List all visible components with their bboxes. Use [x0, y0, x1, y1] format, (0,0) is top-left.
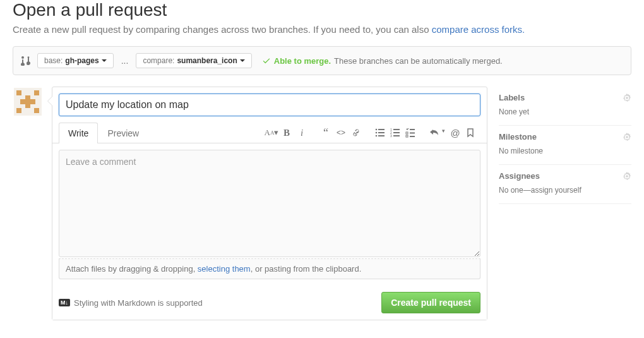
svg-rect-16: [393, 132, 400, 133]
create-pull-request-button[interactable]: Create pull request: [381, 292, 480, 313]
select-files-link[interactable]: selecting them: [198, 264, 251, 274]
labels-value: None yet: [499, 107, 631, 116]
ordered-list-icon[interactable]: 123: [390, 128, 400, 138]
svg-rect-20: [406, 132, 408, 134]
assign-yourself-link[interactable]: assign yourself: [531, 186, 581, 195]
caret-down-icon: [102, 58, 107, 63]
svg-rect-1: [16, 90, 21, 95]
compare-forks-link[interactable]: compare across forks.: [432, 24, 525, 35]
comment-textarea[interactable]: [59, 150, 480, 257]
bold-icon[interactable]: B: [282, 128, 292, 138]
tab-preview[interactable]: Preview: [98, 123, 148, 143]
tab-write[interactable]: Write: [59, 123, 98, 143]
caret-down-icon: [240, 58, 245, 63]
milestone-heading: Milestone: [499, 132, 537, 142]
editor-toolbar: AA▾ B i “ <> 123: [261, 128, 480, 138]
check-icon: [262, 56, 271, 65]
avatar: [13, 87, 43, 117]
attach-hint: Attach files by dragging & dropping, sel…: [59, 258, 480, 279]
svg-point-7: [376, 129, 378, 131]
svg-rect-21: [410, 133, 415, 134]
code-icon[interactable]: <>: [336, 128, 346, 138]
git-compare-icon: [21, 56, 31, 66]
page-title: Open a pull request: [13, 0, 631, 20]
gear-icon[interactable]: [623, 94, 631, 102]
compare-range-box: base: gh-pages ... compare: sumanbera_ic…: [13, 46, 631, 75]
svg-rect-6: [34, 108, 39, 113]
base-branch-select[interactable]: base: gh-pages: [37, 53, 114, 68]
compare-branch-select[interactable]: compare: sumanbera_icon: [136, 53, 251, 68]
unordered-list-icon[interactable]: [375, 128, 385, 138]
svg-rect-2: [34, 90, 39, 95]
markdown-hint[interactable]: M↓ Styling with Markdown is supported: [59, 298, 203, 308]
svg-text:3: 3: [390, 134, 392, 138]
svg-rect-4: [20, 99, 35, 104]
gear-icon[interactable]: [623, 133, 631, 142]
reply-icon[interactable]: [429, 128, 439, 138]
assignees-value: No one—: [499, 186, 531, 195]
range-dots: ...: [120, 56, 130, 66]
milestone-value: No milestone: [499, 147, 631, 155]
page-subtitle: Create a new pull request by comparing c…: [13, 24, 631, 35]
mention-icon[interactable]: @: [450, 128, 460, 138]
merge-status: Able to merge. These branches can be aut…: [262, 56, 503, 66]
svg-rect-22: [406, 135, 408, 137]
labels-heading: Labels: [499, 93, 525, 102]
bookmark-icon[interactable]: [465, 128, 475, 138]
svg-point-9: [376, 132, 378, 134]
svg-rect-18: [393, 135, 400, 136]
svg-rect-19: [410, 129, 415, 130]
svg-rect-8: [378, 129, 385, 130]
quote-icon[interactable]: “: [321, 128, 331, 138]
comment-form: Write Preview AA▾ B i “ <>: [52, 87, 487, 320]
sidebar: Labels None yet Milestone No milestone A…: [499, 87, 631, 204]
markdown-icon: M↓: [59, 299, 70, 306]
text-size-icon[interactable]: AA▾: [266, 128, 277, 138]
svg-rect-10: [378, 132, 385, 133]
reply-caret-icon[interactable]: ▾: [442, 128, 445, 138]
svg-rect-23: [410, 136, 415, 137]
svg-rect-12: [378, 135, 385, 136]
pr-title-input[interactable]: [59, 94, 480, 116]
gear-icon[interactable]: [623, 172, 631, 181]
svg-point-11: [376, 135, 378, 137]
assignees-heading: Assignees: [499, 171, 540, 181]
link-icon[interactable]: [351, 128, 361, 138]
italic-icon[interactable]: i: [297, 128, 307, 138]
svg-rect-5: [16, 108, 21, 113]
svg-rect-14: [393, 129, 400, 130]
task-list-icon[interactable]: [405, 128, 415, 138]
